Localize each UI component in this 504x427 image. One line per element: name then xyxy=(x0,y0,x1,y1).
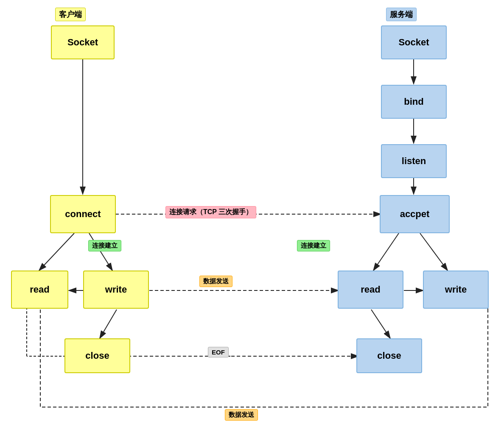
svg-line-9 xyxy=(373,233,399,271)
server-close-box: close xyxy=(356,338,422,373)
server-read-box: read xyxy=(338,271,403,309)
server-bind-box: bind xyxy=(381,85,447,119)
server-listen-box: listen xyxy=(381,144,447,178)
svg-line-14 xyxy=(100,310,117,338)
eof-label: EOF xyxy=(208,347,229,357)
svg-line-10 xyxy=(420,233,448,271)
svg-line-7 xyxy=(39,233,74,271)
diagram-container: 客户端 服务端 Socket connect read write close … xyxy=(0,0,504,427)
svg-rect-20 xyxy=(12,403,491,404)
connect-request-label: 连接请求（TCP 三次握手） xyxy=(165,206,256,218)
svg-line-15 xyxy=(371,310,390,338)
data-send-bottom-label: 数据发送 xyxy=(225,409,258,421)
client-close-box: close xyxy=(64,338,130,373)
client-socket-box: Socket xyxy=(51,25,115,59)
server-write-box: write xyxy=(423,271,489,309)
client-write-box: write xyxy=(83,271,149,309)
client-read-box: read xyxy=(11,271,68,309)
client-label: 客户端 xyxy=(55,8,86,21)
connection-established-left-label: 连接建立 xyxy=(88,240,121,251)
data-send-middle-label: 数据发送 xyxy=(199,276,232,287)
client-connect-box: connect xyxy=(50,195,116,233)
server-label: 服务端 xyxy=(386,8,417,21)
svg-line-8 xyxy=(89,233,112,271)
server-socket-box: Socket xyxy=(381,25,447,59)
server-accpet-box: accpet xyxy=(380,195,450,233)
connection-established-right-label: 连接建立 xyxy=(297,240,330,251)
